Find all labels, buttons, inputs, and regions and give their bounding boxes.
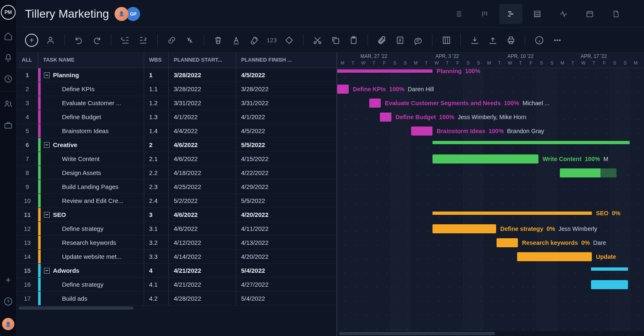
summary-bar[interactable]: Planning100% — [337, 69, 432, 73]
task-row[interactable]: 16 Define strategy 4.1 4/21/2022 4/27/20… — [17, 278, 336, 292]
task-name-cell[interactable]: −Planning — [41, 68, 144, 82]
help-icon[interactable] — [3, 297, 13, 306]
col-name[interactable]: TASK NAME — [38, 53, 144, 68]
import-icon[interactable] — [469, 35, 481, 46]
app-logo[interactable]: PM — [1, 5, 16, 20]
collapse-icon[interactable]: − — [44, 212, 50, 218]
task-bar[interactable] — [591, 280, 628, 289]
view-activity[interactable] — [552, 4, 575, 24]
columns-icon[interactable] — [441, 35, 452, 46]
task-bar[interactable]: Write Content100%M — [432, 154, 538, 163]
task-row[interactable]: 9 Build Landing Pages 2.3 4/25/2022 4/29… — [17, 180, 336, 194]
redo-icon[interactable] — [91, 35, 103, 46]
outdent-icon[interactable] — [120, 35, 131, 46]
task-name-cell[interactable]: Define Budget — [41, 110, 144, 124]
user-avatar[interactable]: 👤 — [2, 318, 14, 330]
undo-icon[interactable] — [73, 35, 85, 46]
col-finish[interactable]: PLANNED FINISH ... — [236, 53, 336, 68]
task-bar[interactable]: Define KPIs100%Daren Hill — [337, 85, 349, 94]
home-icon[interactable] — [3, 31, 13, 41]
delete-icon[interactable] — [212, 35, 224, 46]
task-name-cell[interactable]: Build ads — [41, 292, 144, 305]
paste-icon[interactable] — [348, 35, 359, 46]
task-name-cell[interactable]: −Adwords — [41, 264, 144, 277]
task-name-cell[interactable]: Evaluate Customer ... — [41, 96, 144, 110]
indent-icon[interactable] — [138, 35, 149, 46]
milestone-icon[interactable] — [283, 35, 295, 46]
cut-icon[interactable] — [312, 35, 323, 46]
task-row[interactable]: 5 Brainstorm Ideas 1.4 4/4/2022 4/5/2022 — [17, 124, 336, 138]
print-icon[interactable] — [505, 35, 517, 46]
gantt-scrollbar[interactable] — [337, 331, 644, 336]
task-name-cell[interactable]: Define KPIs — [41, 82, 144, 96]
link-icon[interactable] — [166, 35, 177, 46]
attachment-icon[interactable] — [376, 35, 388, 46]
task-row[interactable]: 14 Update website met... 3.3 4/14/2022 4… — [17, 250, 336, 264]
recent-icon[interactable] — [3, 74, 13, 84]
people-icon[interactable] — [3, 99, 13, 109]
summary-bar[interactable]: SEO0% — [432, 212, 592, 215]
col-start[interactable]: PLANNED START... — [169, 53, 236, 68]
task-row[interactable]: 15 −Adwords 4 4/21/2022 5/4/2022 — [17, 264, 336, 278]
task-name-cell[interactable]: Define strategy — [41, 278, 144, 291]
notifications-icon[interactable] — [3, 53, 13, 62]
more-icon[interactable] — [552, 35, 563, 46]
task-bar[interactable] — [560, 168, 616, 177]
task-row[interactable]: 11 −SEO 3 4/6/2022 4/20/2022 — [17, 208, 336, 222]
task-row[interactable]: 1 −Planning 1 3/28/2022 4/5/2022 — [17, 68, 336, 82]
comments-icon[interactable] — [412, 35, 424, 46]
task-name-cell[interactable]: Define strategy — [41, 222, 144, 235]
briefcase-icon[interactable] — [3, 120, 13, 130]
unlink-icon[interactable] — [184, 35, 196, 46]
task-row[interactable]: 8 Design Assets 2.2 4/18/2022 4/22/2022 — [17, 166, 336, 180]
add-icon[interactable]: + — [3, 275, 13, 285]
info-icon[interactable] — [534, 35, 545, 46]
add-task-button[interactable]: + — [25, 34, 38, 47]
view-files[interactable] — [605, 4, 628, 24]
task-name-cell[interactable]: Brainstorm Ideas — [41, 124, 144, 138]
task-name-cell[interactable]: Review and Edit Cre... — [41, 194, 144, 207]
view-sheet[interactable] — [526, 4, 549, 24]
summary-bar[interactable] — [432, 141, 630, 144]
avatar[interactable]: 👤 — [115, 7, 129, 21]
task-name-cell[interactable]: Build Landing Pages — [41, 180, 144, 193]
task-row[interactable]: 7 Write Content 2.1 4/6/2022 4/15/2022 — [17, 152, 336, 166]
task-row[interactable]: 10 Review and Edit Cre... 2.4 5/2/2022 5… — [17, 194, 336, 208]
task-row[interactable]: 6 −Creative 2 4/6/2022 5/5/2022 — [17, 138, 336, 152]
clear-format-icon[interactable] — [248, 35, 260, 46]
collapse-icon[interactable]: − — [44, 142, 50, 148]
task-bar[interactable]: Define strategy0%Jess Wimberly — [432, 224, 496, 233]
task-name-cell[interactable]: Update website met... — [41, 250, 144, 263]
task-name-cell[interactable]: Design Assets — [41, 166, 144, 180]
view-board[interactable] — [473, 4, 496, 24]
task-bar[interactable]: Evaluate Customer Segments and Needs100%… — [369, 99, 381, 108]
task-bar[interactable]: Research keywords0%Dare — [497, 238, 518, 247]
task-row[interactable]: 17 Build ads 4.2 4/28/2022 5/4/2022 — [17, 292, 336, 306]
task-row[interactable]: 12 Define strategy 3.1 4/6/2022 4/11/202… — [17, 222, 336, 236]
project-members[interactable]: 👤 GP — [117, 7, 140, 21]
task-bar[interactable]: Brainstorm Ideas100%Brandon Gray — [411, 127, 432, 136]
text-style-icon[interactable] — [230, 35, 242, 46]
summary-bar[interactable] — [591, 267, 628, 271]
task-row[interactable]: 4 Define Budget 1.3 4/1/2022 4/1/2022 — [17, 110, 336, 124]
col-wbs[interactable]: WBS — [144, 53, 169, 68]
task-name-cell[interactable]: Research keywords — [41, 236, 144, 249]
task-name-cell[interactable]: −SEO — [41, 208, 144, 221]
col-all[interactable]: ALL — [17, 53, 38, 68]
copy-icon[interactable] — [330, 35, 341, 46]
task-bar[interactable]: Define Budget100%Jess Wimberly, Mike Hor… — [380, 113, 391, 122]
task-row[interactable]: 13 Research keywords 3.2 4/12/2022 4/13/… — [17, 236, 336, 250]
export-icon[interactable] — [487, 35, 499, 46]
assign-icon[interactable] — [45, 35, 56, 46]
task-name-cell[interactable]: Write Content — [41, 152, 144, 166]
grid-scrollbar[interactable] — [17, 306, 336, 311]
task-bar[interactable]: Update — [517, 252, 592, 261]
task-row[interactable]: 2 Define KPIs 1.1 3/28/2022 3/28/2022 — [17, 82, 336, 96]
view-gantt[interactable] — [499, 4, 522, 24]
task-name-cell[interactable]: −Creative — [41, 138, 144, 152]
task-row[interactable]: 3 Evaluate Customer ... 1.2 3/31/2022 3/… — [17, 96, 336, 110]
collapse-icon[interactable]: − — [44, 268, 50, 274]
collapse-icon[interactable]: − — [44, 72, 50, 78]
notes-icon[interactable] — [394, 35, 406, 46]
view-list[interactable] — [447, 4, 470, 24]
